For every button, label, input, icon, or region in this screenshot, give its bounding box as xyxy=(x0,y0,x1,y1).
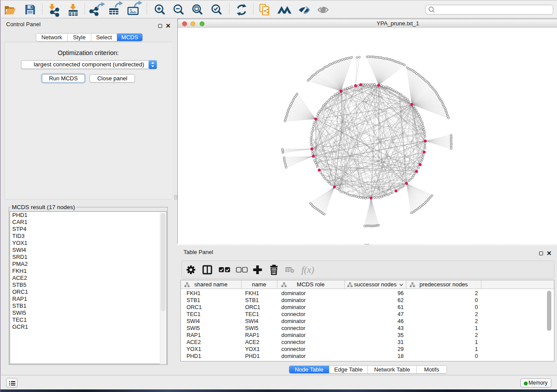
svg-text:f(x): f(x) xyxy=(301,265,314,275)
